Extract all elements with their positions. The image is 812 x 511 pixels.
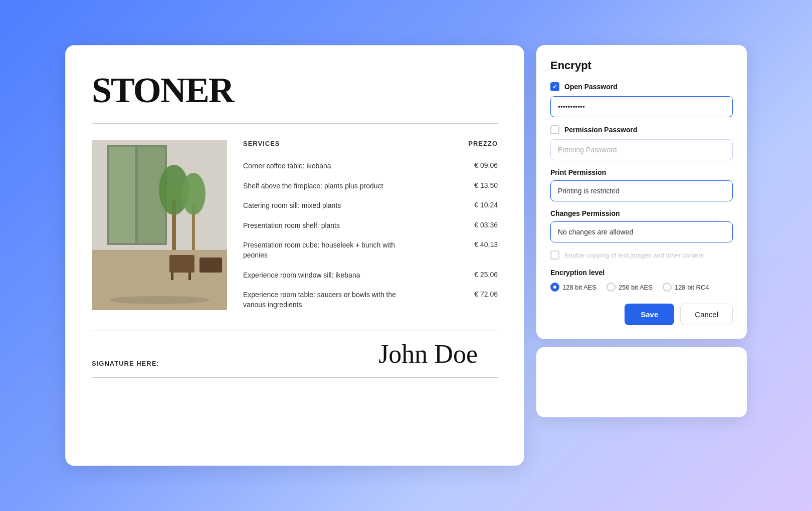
svg-rect-10: [169, 255, 194, 273]
permission-password-checkbox[interactable]: [550, 125, 559, 134]
service-name: Experience room window sill: ikebana: [243, 271, 360, 281]
svg-point-9: [181, 173, 206, 215]
main-container: STONER: [45, 45, 767, 466]
encryption-level-label: Encryption level: [550, 269, 733, 277]
signature-label: SIGNATURE HERE:: [92, 360, 159, 367]
print-permission-select[interactable]: [550, 180, 733, 201]
radio-256aes[interactable]: 256 bit AES: [606, 283, 653, 292]
cancel-button[interactable]: Cancel: [680, 304, 733, 325]
service-price: € 03,36: [474, 221, 498, 231]
document-content: SERVICES PREZZO Corner coffee table: ike…: [92, 140, 498, 315]
service-name: Experience room table: saucers or bowls …: [243, 290, 414, 310]
service-price: € 72,06: [474, 290, 498, 310]
copy-enable-label: Enable copying of text,images and other …: [564, 251, 704, 259]
svg-rect-11: [199, 258, 222, 273]
radio-256aes-circle: [606, 283, 616, 292]
radio-128rc4-label: 128 bit RC4: [675, 284, 709, 291]
right-panels: Encrypt ✓ Open Password Permission Passw…: [536, 45, 747, 417]
radio-256aes-label: 256 bit AES: [619, 284, 653, 291]
services-col-header: SERVICES: [243, 140, 280, 147]
service-price: € 13,50: [474, 181, 498, 191]
services-header: SERVICES PREZZO: [243, 140, 498, 147]
service-name: Shelf above the fireplace: plants plus p…: [243, 181, 383, 191]
service-name: Corner coffee table: ikebana: [243, 161, 331, 171]
copy-enable-checkbox[interactable]: [550, 250, 559, 260]
table-row: Experience room window sill: ikebana€ 25…: [243, 266, 498, 286]
table-row: Experience room table: saucers or bowls …: [243, 285, 498, 315]
service-name: Presentation room cube: houseleek + bunc…: [243, 240, 414, 260]
service-price: € 25,06: [474, 271, 498, 281]
changes-permission-select[interactable]: [550, 221, 733, 242]
service-name: Catering room sill: mixed plants: [243, 201, 341, 211]
changes-permission-label: Changes Permission: [550, 209, 733, 217]
document-panel: STONER: [65, 45, 524, 466]
bottom-divider: [92, 331, 498, 331]
permission-password-label: Permission Password: [564, 126, 638, 134]
svg-rect-13: [188, 273, 191, 280]
price-col-header: PREZZO: [468, 140, 498, 147]
svg-point-14: [109, 296, 210, 304]
radio-inner-dot: [553, 286, 556, 289]
service-price: € 10,24: [474, 201, 498, 211]
encryption-level-group: 128 bit AES 256 bit AES 128 bit RC4: [550, 283, 733, 292]
empty-panel: [536, 347, 747, 417]
document-title: STONER: [92, 70, 498, 111]
save-button[interactable]: Save: [625, 304, 674, 325]
services-table: SERVICES PREZZO Corner coffee table: ike…: [243, 140, 498, 315]
table-row: Presentation room cube: houseleek + bunc…: [243, 235, 498, 265]
check-icon: ✓: [552, 84, 557, 90]
radio-128rc4[interactable]: 128 bit RC4: [663, 283, 709, 292]
permission-password-row: Permission Password: [550, 125, 733, 134]
print-permission-label: Print Permission: [550, 168, 733, 176]
service-name: Presentation room shelf: plants: [243, 221, 340, 231]
open-password-label: Open Password: [564, 83, 618, 91]
radio-128aes[interactable]: 128 bit AES: [550, 283, 596, 292]
button-row: Save Cancel: [550, 304, 733, 325]
signature: John Doe: [378, 341, 478, 367]
service-price: € 40,13: [474, 240, 498, 260]
signature-section: SIGNATURE HERE: John Doe: [92, 341, 498, 367]
service-price: € 09,06: [474, 161, 498, 171]
table-row: Corner coffee table: ikebana€ 09,06: [243, 156, 498, 176]
encrypt-title: Encrypt: [550, 59, 733, 72]
open-password-row: ✓ Open Password: [550, 82, 733, 91]
open-password-input[interactable]: [550, 96, 733, 117]
open-password-checkbox[interactable]: ✓: [550, 82, 559, 91]
copy-enable-row: Enable copying of text,images and other …: [550, 250, 733, 260]
radio-128aes-circle: [550, 283, 559, 292]
encrypt-panel: Encrypt ✓ Open Password Permission Passw…: [536, 45, 747, 339]
permission-password-input[interactable]: [550, 139, 733, 160]
radio-128aes-label: 128 bit AES: [562, 284, 596, 291]
final-divider: [92, 377, 498, 378]
svg-rect-4: [109, 147, 135, 243]
services-list: Corner coffee table: ikebana€ 09,06Shelf…: [243, 156, 498, 315]
svg-rect-12: [171, 273, 173, 280]
document-image: [92, 140, 227, 310]
radio-128rc4-circle: [663, 283, 672, 292]
table-row: Shelf above the fireplace: plants plus p…: [243, 176, 498, 196]
title-divider: [92, 123, 498, 124]
table-row: Catering room sill: mixed plants€ 10,24: [243, 196, 498, 216]
table-row: Presentation room shelf: plants€ 03,36: [243, 216, 498, 236]
